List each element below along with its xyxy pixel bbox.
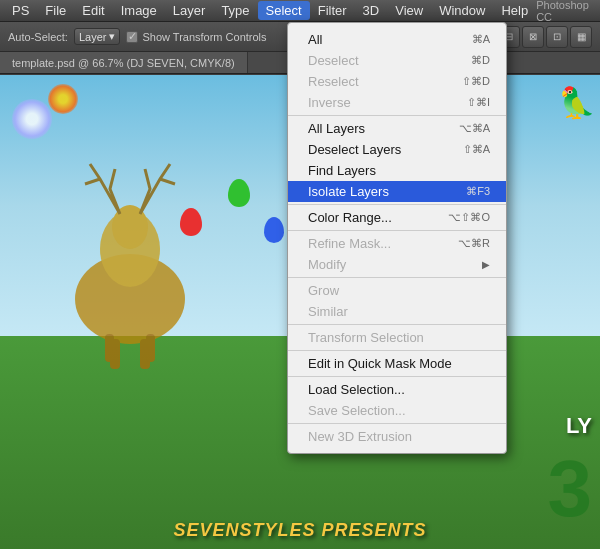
menu-item-color-range-label: Color Range... xyxy=(308,210,392,225)
menu-item-deselect-shortcut: ⌘D xyxy=(471,54,490,67)
menu-section-7: Edit in Quick Mask Mode xyxy=(288,351,506,377)
party-text: LY xyxy=(566,413,592,439)
menu-item-3d-extrusion[interactable]: New 3D Extrusion xyxy=(288,426,506,447)
menu-item-transform-selection-label: Transform Selection xyxy=(308,330,424,345)
dropdown-arrow-icon: ▾ xyxy=(109,30,115,43)
menu-section-6: Transform Selection xyxy=(288,325,506,351)
menu-item-load-selection-label: Load Selection... xyxy=(308,382,405,397)
document-tab[interactable]: template.psd @ 66.7% (DJ SEVEN, CMYK/8) xyxy=(0,52,248,73)
svg-rect-6 xyxy=(146,334,155,362)
menu-item-save-selection-label: Save Selection... xyxy=(308,403,406,418)
menu-item-isolate-layers[interactable]: Isolate Layers ⌘F3 xyxy=(288,181,506,202)
deer-silhouette xyxy=(30,149,230,369)
menu-item-inverse[interactable]: Inverse ⇧⌘I xyxy=(288,92,506,113)
menu-item-color-range[interactable]: Color Range... ⌥⇧⌘O xyxy=(288,207,506,228)
menu-item-quick-mask[interactable]: Edit in Quick Mask Mode xyxy=(288,353,506,374)
menu-item-deselect[interactable]: Deselect ⌘D xyxy=(288,50,506,71)
menu-bar: PS File Edit Image Layer Type Select Fil… xyxy=(0,0,600,22)
icon-align5[interactable]: ▦ xyxy=(570,26,592,48)
menu-ps[interactable]: PS xyxy=(4,1,37,20)
menu-item-load-selection[interactable]: Load Selection... xyxy=(288,379,506,400)
menu-section-1: All ⌘A Deselect ⌘D Reselect ⇧⌘D Inverse … xyxy=(288,27,506,116)
menu-item-find-layers-label: Find Layers xyxy=(308,163,376,178)
menu-item-quick-mask-label: Edit in Quick Mask Mode xyxy=(308,356,452,371)
menu-item-transform-selection[interactable]: Transform Selection xyxy=(288,327,506,348)
menu-item-deselect-layers-label: Deselect Layers xyxy=(308,142,401,157)
menu-item-isolate-layers-label: Isolate Layers xyxy=(308,184,389,199)
menu-item-reselect-label: Reselect xyxy=(308,74,359,89)
menu-section-3: Color Range... ⌥⇧⌘O xyxy=(288,205,506,231)
balloon-green xyxy=(228,179,250,207)
menu-item-all-layers-label: All Layers xyxy=(308,121,365,136)
menu-section-2: All Layers ⌥⌘A Deselect Layers ⇧⌘A Find … xyxy=(288,116,506,205)
transform-controls-checkbox-area[interactable]: ✓ Show Transform Controls xyxy=(126,31,266,43)
menu-item-all-shortcut: ⌘A xyxy=(472,33,490,46)
menu-item-all-layers[interactable]: All Layers ⌥⌘A xyxy=(288,118,506,139)
svg-rect-5 xyxy=(105,334,114,362)
menu-view[interactable]: View xyxy=(387,1,431,20)
document-tab-title: template.psd @ 66.7% (DJ SEVEN, CMYK/8) xyxy=(12,57,235,69)
menu-section-4: Refine Mask... ⌥⌘R Modify ▶ xyxy=(288,231,506,278)
menu-item-modify[interactable]: Modify ▶ xyxy=(288,254,506,275)
menu-select[interactable]: Select xyxy=(258,1,310,20)
icon-align3[interactable]: ⊠ xyxy=(522,26,544,48)
menu-window[interactable]: Window xyxy=(431,1,493,20)
menu-item-grow[interactable]: Grow xyxy=(288,280,506,301)
menu-section-9: New 3D Extrusion xyxy=(288,424,506,449)
menu-section-8: Load Selection... Save Selection... xyxy=(288,377,506,424)
menu-item-find-layers[interactable]: Find Layers xyxy=(288,160,506,181)
menu-item-save-selection[interactable]: Save Selection... xyxy=(288,400,506,421)
menu-item-deselect-label: Deselect xyxy=(308,53,359,68)
menu-item-refine-mask[interactable]: Refine Mask... ⌥⌘R xyxy=(288,233,506,254)
menu-file[interactable]: File xyxy=(37,1,74,20)
menu-item-all-label: All xyxy=(308,32,322,47)
menu-filter[interactable]: Filter xyxy=(310,1,355,20)
menu-item-similar-label: Similar xyxy=(308,304,348,319)
auto-select-label: Auto-Select: xyxy=(8,31,68,43)
menu-type[interactable]: Type xyxy=(213,1,257,20)
modify-arrow-icon: ▶ xyxy=(482,259,490,270)
menu-item-inverse-label: Inverse xyxy=(308,95,351,110)
parrot: 🦜 xyxy=(558,85,595,120)
menu-item-reselect-shortcut: ⇧⌘D xyxy=(462,75,490,88)
balloon-blue xyxy=(264,217,284,243)
menu-item-all-layers-shortcut: ⌥⌘A xyxy=(459,122,490,135)
firework-1 xyxy=(12,99,52,139)
menu-item-reselect[interactable]: Reselect ⇧⌘D xyxy=(288,71,506,92)
menu-item-all[interactable]: All ⌘A xyxy=(288,29,506,50)
menu-item-3d-extrusion-label: New 3D Extrusion xyxy=(308,429,412,444)
menu-item-similar[interactable]: Similar xyxy=(288,301,506,322)
menu-layer[interactable]: Layer xyxy=(165,1,214,20)
big-number: 3 xyxy=(548,449,593,529)
transform-controls-checkbox[interactable]: ✓ xyxy=(126,31,138,43)
menu-section-5: Grow Similar xyxy=(288,278,506,325)
transform-controls-label: Show Transform Controls xyxy=(142,31,266,43)
menu-item-deselect-layers-shortcut: ⇧⌘A xyxy=(463,143,490,156)
menu-3d[interactable]: 3D xyxy=(355,1,388,20)
icon-align4[interactable]: ⊡ xyxy=(546,26,568,48)
menu-item-deselect-layers[interactable]: Deselect Layers ⇧⌘A xyxy=(288,139,506,160)
select-dropdown-menu: All ⌘A Deselect ⌘D Reselect ⇧⌘D Inverse … xyxy=(287,22,507,454)
menu-image[interactable]: Image xyxy=(113,1,165,20)
menu-item-grow-label: Grow xyxy=(308,283,339,298)
menu-item-modify-label: Modify xyxy=(308,257,346,272)
ps-version: Photoshop CC xyxy=(536,0,596,23)
menu-help[interactable]: Help xyxy=(493,1,536,20)
menu-item-color-range-shortcut: ⌥⇧⌘O xyxy=(448,211,490,224)
menu-item-isolate-layers-shortcut: ⌘F3 xyxy=(466,185,490,198)
menu-item-refine-mask-label: Refine Mask... xyxy=(308,236,391,251)
layer-select[interactable]: Layer ▾ xyxy=(74,28,121,45)
menu-item-inverse-shortcut: ⇧⌘I xyxy=(467,96,490,109)
menu-item-refine-mask-shortcut: ⌥⌘R xyxy=(458,237,490,250)
canvas-bottom-text: SEVENSTYLES PRESENTS xyxy=(173,520,426,541)
menu-edit[interactable]: Edit xyxy=(74,1,112,20)
